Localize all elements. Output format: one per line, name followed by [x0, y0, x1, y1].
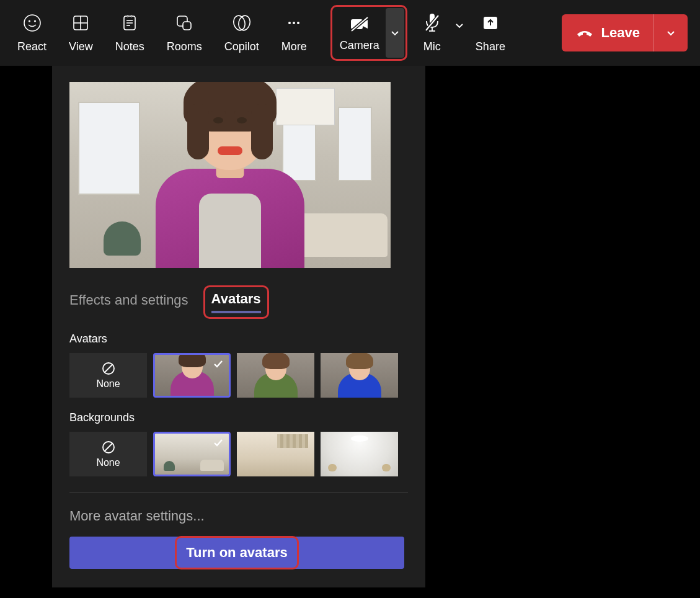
- prohibit-icon: [101, 440, 116, 455]
- check-icon: [213, 359, 224, 372]
- more-label: More: [281, 40, 307, 53]
- tab-effects-settings[interactable]: Effects and settings: [69, 292, 188, 312]
- view-button[interactable]: View: [58, 0, 104, 66]
- avatar-options-row: None: [69, 353, 408, 398]
- leave-dropdown[interactable]: [654, 14, 688, 51]
- react-button[interactable]: React: [6, 0, 58, 66]
- smiley-icon: [23, 13, 42, 33]
- avatar-option-3[interactable]: [321, 353, 398, 398]
- copilot-button[interactable]: Copilot: [213, 0, 270, 66]
- camera-label: Camera: [340, 39, 379, 52]
- none-label: None: [96, 457, 120, 468]
- avatar-option-1[interactable]: [153, 353, 231, 398]
- chevron-down-icon: [665, 27, 676, 38]
- background-option-none[interactable]: None: [69, 432, 147, 476]
- more-avatar-settings-link[interactable]: More avatar settings...: [69, 508, 408, 524]
- ellipsis-icon: [285, 13, 303, 33]
- backgrounds-section-header: Backgrounds: [69, 411, 408, 424]
- turn-on-avatars-button[interactable]: Turn on avatars: [69, 537, 404, 569]
- chevron-down-icon: [390, 28, 400, 38]
- avatar-option-2[interactable]: [237, 353, 314, 398]
- settings-tabs: Effects and settings Avatars: [69, 285, 408, 319]
- svg-point-0: [24, 15, 40, 31]
- background-option-3[interactable]: [321, 432, 398, 476]
- chevron-down-icon: [454, 20, 464, 30]
- svg-point-11: [131, 15, 133, 17]
- avatar-option-none[interactable]: None: [69, 353, 147, 398]
- rooms-icon: [175, 13, 193, 33]
- none-label: None: [96, 378, 120, 390]
- camera-options-dropdown[interactable]: [386, 8, 404, 58]
- rooms-button[interactable]: Rooms: [156, 0, 213, 66]
- notes-icon: [120, 13, 139, 33]
- background-options-row: None: [69, 432, 408, 476]
- mic-label: Mic: [423, 40, 441, 53]
- divider: [69, 493, 408, 493]
- avatar-preview: [69, 82, 391, 268]
- camera-off-icon: [349, 14, 370, 34]
- react-label: React: [17, 40, 47, 53]
- svg-point-2: [33, 20, 35, 22]
- share-label: Share: [476, 40, 505, 53]
- grid-icon: [71, 13, 90, 33]
- background-option-2[interactable]: [237, 432, 314, 476]
- more-button[interactable]: More: [270, 0, 318, 66]
- prohibit-icon: [101, 361, 116, 376]
- meeting-toolbar: React View Notes Rooms Copilot More: [0, 0, 700, 66]
- notes-label: Notes: [115, 40, 144, 53]
- leave-label: Leave: [601, 25, 640, 41]
- avatars-section-header: Avatars: [69, 332, 408, 346]
- mic-options-dropdown[interactable]: [454, 20, 464, 45]
- svg-line-29: [105, 365, 112, 372]
- svg-line-31: [105, 444, 112, 451]
- leave-button[interactable]: Leave: [562, 14, 688, 51]
- check-icon: [213, 437, 224, 451]
- svg-point-18: [297, 22, 299, 24]
- copilot-icon: [231, 13, 252, 33]
- svg-point-1: [28, 20, 30, 22]
- svg-point-15: [237, 14, 252, 32]
- background-option-1[interactable]: [153, 432, 231, 476]
- svg-point-10: [127, 15, 129, 17]
- share-icon: [481, 13, 500, 33]
- camera-settings-popup: Effects and settings Avatars Avatars Non…: [52, 66, 425, 587]
- notes-button[interactable]: Notes: [104, 0, 156, 66]
- mic-button-group: Mic: [412, 7, 464, 60]
- mic-off-icon: [423, 13, 441, 33]
- tab-avatars-highlight: Avatars: [203, 285, 269, 319]
- camera-button-highlight: Camera: [330, 5, 407, 61]
- view-label: View: [69, 40, 93, 53]
- share-button[interactable]: Share: [464, 0, 516, 66]
- svg-point-17: [293, 22, 295, 24]
- leave-main[interactable]: Leave: [562, 14, 654, 51]
- rooms-label: Rooms: [167, 40, 202, 53]
- phone-hangup-icon: [575, 27, 594, 38]
- copilot-label: Copilot: [224, 40, 259, 53]
- tab-avatars[interactable]: Avatars: [211, 291, 261, 313]
- camera-button[interactable]: Camera: [334, 8, 386, 58]
- svg-rect-13: [183, 22, 191, 30]
- svg-point-14: [232, 14, 247, 32]
- svg-point-16: [288, 22, 291, 24]
- mic-button[interactable]: Mic: [412, 7, 452, 60]
